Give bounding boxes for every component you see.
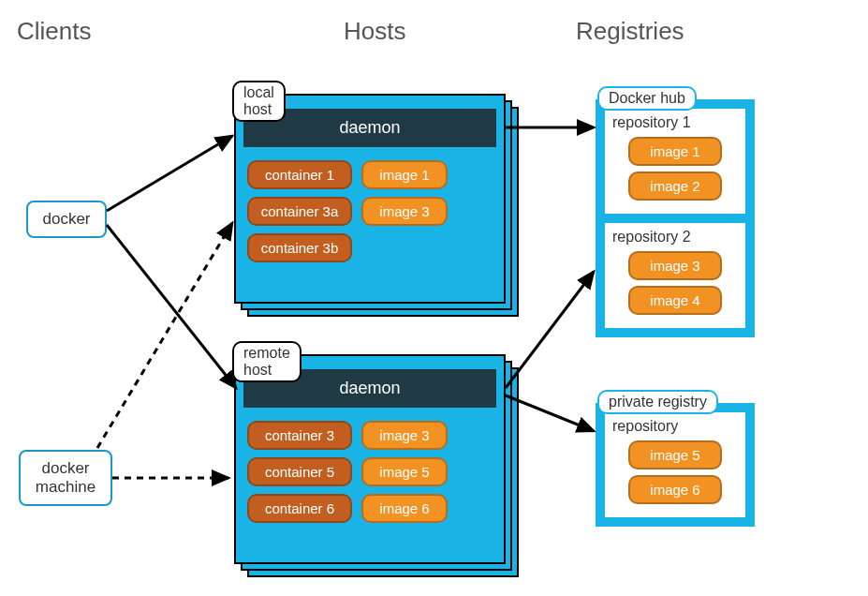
heading-registries: Registries xyxy=(576,17,684,46)
private-registry: repository image 5 image 6 xyxy=(596,403,755,527)
repo-title: repository xyxy=(612,418,738,435)
image-pill: image 1 xyxy=(361,160,448,189)
image-pill: image 6 xyxy=(628,475,722,504)
image-pill: image 4 xyxy=(628,286,722,315)
repository-private: repository image 5 image 6 xyxy=(603,410,747,519)
repo-title: repository 2 xyxy=(612,229,738,246)
repo-title: repository 1 xyxy=(612,114,738,131)
local-host-panel: daemon container 1 image 1 container 3a … xyxy=(234,94,506,304)
heading-clients: Clients xyxy=(17,17,91,46)
image-pill: image 3 xyxy=(628,251,722,280)
private-registry-label: private registry xyxy=(597,390,718,414)
container-pill: container 3b xyxy=(247,233,352,262)
container-pill: container 5 xyxy=(247,457,352,486)
svg-line-3 xyxy=(506,272,594,388)
docker-hub: repository 1 image 1 image 2 repository … xyxy=(596,99,755,337)
container-pill: container 1 xyxy=(247,160,352,189)
image-pill: image 2 xyxy=(628,171,722,201)
local-host-label: local host xyxy=(232,81,286,122)
container-pill: container 6 xyxy=(247,494,352,523)
svg-line-5 xyxy=(97,223,232,448)
image-pill: image 5 xyxy=(361,457,448,486)
repository-2: repository 2 image 3 image 4 xyxy=(603,221,747,330)
image-pill: image 6 xyxy=(361,494,448,523)
client-docker-machine: docker machine xyxy=(19,450,112,506)
remote-host-panel: daemon container 3 image 3 container 5 i… xyxy=(234,354,506,564)
image-pill: image 5 xyxy=(628,440,722,469)
container-pill: container 3 xyxy=(247,421,352,450)
client-docker: docker xyxy=(26,201,107,238)
svg-line-1 xyxy=(107,225,236,388)
svg-line-4 xyxy=(506,395,594,431)
docker-hub-label: Docker hub xyxy=(597,86,697,111)
heading-hosts: Hosts xyxy=(344,17,405,46)
remote-host-label: remote host xyxy=(232,341,302,382)
container-pill: container 3a xyxy=(247,197,352,226)
svg-line-0 xyxy=(107,136,232,211)
image-pill: image 3 xyxy=(361,421,448,450)
image-pill: image 1 xyxy=(628,137,722,166)
repository-1: repository 1 image 1 image 2 xyxy=(603,107,747,216)
image-pill: image 3 xyxy=(361,197,448,226)
